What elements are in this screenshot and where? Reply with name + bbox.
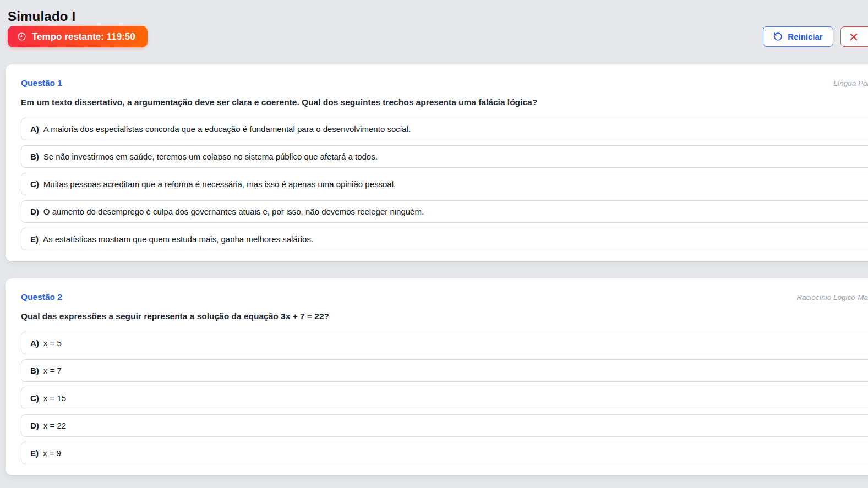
restart-button[interactable]: Reiniciar (763, 26, 833, 47)
header: Simulado I Tempo restante: 119:50 Reinic… (0, 0, 868, 64)
question-text: Em um texto dissertativo, a argumentação… (21, 96, 868, 108)
option-letter: D) (30, 207, 39, 216)
option-text: x = 22 (43, 421, 66, 430)
timer-label: Tempo restante: 119:50 (32, 31, 135, 42)
option-letter: C) (30, 179, 39, 189)
option-text: Se não investirmos em saúde, teremos um … (43, 152, 378, 161)
options-list: A) x = 5 B) x = 7 C) x = 15 D) x = 22 E)… (21, 332, 868, 464)
option-text: Muitas pessoas acreditam que a reforma é… (43, 179, 396, 189)
x-icon (849, 32, 859, 42)
answer-option[interactable]: A) A maioria dos especialistas concorda … (21, 118, 868, 140)
question-number: Questão 1 (21, 78, 62, 89)
option-text: A maioria dos especialistas concorda que… (43, 124, 411, 134)
option-text: As estatísticas mostram que quem estuda … (43, 234, 313, 244)
option-letter: A) (30, 338, 39, 348)
option-letter: B) (30, 366, 39, 375)
answer-option[interactable]: E) As estatísticas mostram que quem estu… (21, 228, 868, 250)
answer-option[interactable]: C) Muitas pessoas acreditam que a reform… (21, 173, 868, 195)
page-content: Simulado I Tempo restante: 119:50 Reinic… (0, 0, 868, 488)
close-button[interactable] (840, 26, 868, 47)
option-text: x = 9 (43, 448, 61, 458)
timer-badge: Tempo restante: 119:50 (8, 26, 148, 47)
answer-option[interactable]: B) Se não investirmos em saúde, teremos … (21, 145, 868, 168)
simulado-page: { "page": { "title": "Simulado I" }, "ti… (0, 0, 868, 488)
question-card: Questão 1 Língua Portuguesa Em um texto … (6, 64, 868, 261)
option-text: x = 7 (43, 366, 62, 375)
question-number: Questão 2 (21, 292, 62, 303)
option-text: x = 15 (43, 393, 66, 403)
options-list: A) A maioria dos especialistas concorda … (21, 118, 868, 250)
rotate-ccw-icon (773, 32, 783, 41)
option-text: x = 5 (43, 338, 62, 348)
question-card: Questão 2 Raciocínio Lógico-Matemática Q… (6, 278, 868, 475)
option-letter: E) (30, 234, 39, 244)
question-category: Raciocínio Lógico-Matemática (796, 293, 868, 301)
option-letter: A) (30, 124, 39, 134)
option-letter: B) (30, 152, 39, 161)
question-card-header: Questão 2 Raciocínio Lógico-Matemática (21, 292, 868, 303)
option-letter: E) (30, 448, 39, 458)
option-letter: D) (30, 421, 39, 430)
option-letter: C) (30, 393, 39, 403)
page-title: Simulado I (8, 9, 75, 24)
question-category: Língua Portuguesa (833, 79, 868, 87)
option-text: O aumento do desemprego é culpa dos gove… (43, 207, 424, 216)
clock-icon (17, 32, 26, 41)
answer-option[interactable]: D) x = 22 (21, 414, 868, 437)
answer-option[interactable]: C) x = 15 (21, 387, 868, 409)
question-text: Qual das expressões a seguir representa … (21, 310, 868, 322)
question-card-header: Questão 1 Língua Portuguesa (21, 78, 868, 89)
questions-list: Questão 1 Língua Portuguesa Em um texto … (0, 64, 868, 475)
answer-option[interactable]: A) x = 5 (21, 332, 868, 354)
restart-button-label: Reiniciar (788, 32, 822, 41)
answer-option[interactable]: D) O aumento do desemprego é culpa dos g… (21, 200, 868, 223)
answer-option[interactable]: B) x = 7 (21, 359, 868, 382)
answer-option[interactable]: E) x = 9 (21, 442, 868, 464)
